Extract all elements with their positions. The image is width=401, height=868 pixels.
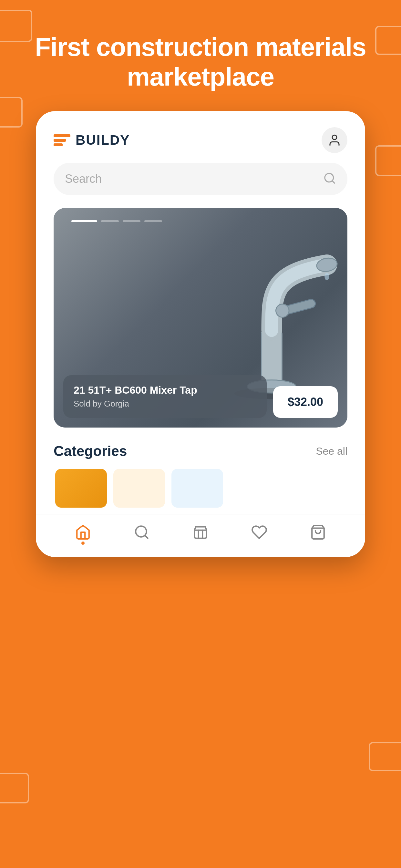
logo-area: BUILDY [54, 132, 130, 148]
app-header: BUILDY [36, 111, 365, 163]
logo-text: BUILDY [75, 132, 130, 148]
nav-item-home[interactable] [74, 523, 92, 541]
bg-brick-bottomleft [0, 773, 29, 803]
category-item-1[interactable] [55, 469, 107, 507]
carousel-dot-3 [123, 220, 141, 222]
product-price: $32.00 [288, 395, 323, 409]
nav-item-cart[interactable] [309, 523, 327, 541]
category-item-2[interactable] [113, 469, 165, 507]
search-placeholder-text: Search [65, 172, 317, 186]
profile-button[interactable] [321, 127, 347, 153]
categories-title: Categories [54, 443, 127, 459]
heart-icon [251, 523, 268, 541]
nav-item-search[interactable] [133, 523, 150, 541]
search-container: Search [36, 163, 365, 208]
product-name: 21 51T+ BC600 Mixer Tap [73, 384, 256, 396]
svg-line-11 [145, 535, 148, 538]
carousel-dot-2 [101, 220, 119, 222]
nav-item-favorites[interactable] [251, 523, 268, 541]
svg-point-8 [325, 273, 329, 280]
phone-card: BUILDY Search [36, 111, 365, 557]
bag-icon [309, 523, 327, 541]
carousel-dots [71, 220, 162, 222]
svg-point-7 [276, 304, 289, 317]
product-info-box: 21 51T+ BC600 Mixer Tap Sold by Gorgia [63, 375, 267, 418]
product-overlay: 21 51T+ BC600 Mixer Tap Sold by Gorgia $… [63, 375, 338, 418]
categories-header: Categories See all [54, 443, 347, 459]
hero-title: First construction materials marketplace [0, 32, 401, 92]
category-item-3[interactable] [172, 469, 223, 507]
store-icon [192, 523, 209, 541]
logo-icon [54, 133, 70, 147]
see-all-link[interactable]: See all [316, 445, 347, 457]
svg-line-2 [332, 181, 335, 183]
search-bar[interactable]: Search [54, 163, 347, 195]
bg-brick-midleft [0, 97, 23, 128]
bottom-nav [36, 514, 365, 547]
categories-section: Categories See all [36, 428, 365, 514]
search-nav-icon [133, 523, 150, 541]
logo-stripe-1 [54, 134, 70, 137]
svg-point-0 [332, 135, 337, 140]
category-strip [54, 469, 347, 507]
product-image-bg: 21 51T+ BC600 Mixer Tap Sold by Gorgia $… [54, 208, 347, 428]
product-carousel[interactable]: 21 51T+ BC600 Mixer Tap Sold by Gorgia $… [54, 208, 347, 428]
search-icon [323, 172, 336, 186]
nav-item-store[interactable] [192, 523, 209, 541]
carousel-dot-4 [144, 220, 162, 222]
profile-icon [328, 133, 341, 147]
product-seller: Sold by Gorgia [73, 399, 256, 409]
product-price-box[interactable]: $32.00 [273, 386, 338, 418]
home-icon [74, 523, 92, 541]
bg-brick-midright [375, 145, 401, 176]
nav-active-indicator [81, 541, 85, 545]
logo-stripe-2 [54, 139, 66, 142]
bg-brick-bottomright [369, 742, 401, 771]
logo-stripe-3 [54, 144, 63, 146]
carousel-dot-1 [71, 220, 97, 222]
